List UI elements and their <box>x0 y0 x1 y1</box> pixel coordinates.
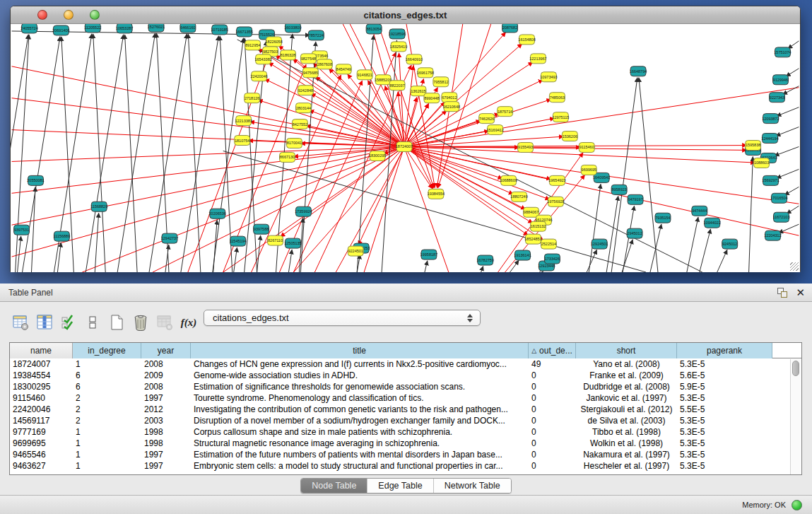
graph-node[interactable]: 10688609 <box>500 175 517 185</box>
graph-node[interactable]: 9227343 <box>770 93 785 103</box>
black-edge[interactable] <box>779 224 799 233</box>
table-cell[interactable]: de Silva et al. (2003) <box>576 416 677 426</box>
table-settings-icon[interactable] <box>10 312 31 333</box>
graph-node[interactable]: 18226058 <box>265 37 282 47</box>
table-cell[interactable]: 9777169 <box>10 427 73 437</box>
table-cell[interactable]: 0 <box>529 438 576 448</box>
table-cell[interactable]: 5.6E-5 <box>677 370 772 380</box>
graph-node[interactable]: 12204312 <box>764 230 781 240</box>
graph-node[interactable]: 8186328 <box>281 50 296 60</box>
graph-node[interactable]: 2718126 <box>245 93 260 103</box>
table-row[interactable]: 911546021997Tourette syndrome. Phenomeno… <box>10 392 801 404</box>
table-cell[interactable]: 0 <box>529 416 576 426</box>
table-cell[interactable]: Jankovic et al. (1997) <box>576 393 677 403</box>
select-rows-icon[interactable] <box>58 312 79 333</box>
table-select-combobox[interactable]: citations_edges.txt <box>204 310 481 326</box>
table-cell[interactable]: Stergiakouli et al. (2012) <box>576 404 677 414</box>
graph-node[interactable]: 9474444 <box>692 206 707 216</box>
graph-node[interactable]: 7935154 <box>655 213 671 223</box>
scrollbar-thumb[interactable] <box>792 361 799 376</box>
graph-node[interactable]: 18524851 <box>524 234 541 244</box>
graph-node[interactable]: 16782759 <box>477 255 494 265</box>
table-row[interactable]: 969969511998Structural magnetic resonanc… <box>10 438 801 449</box>
table-cell[interactable]: 0 <box>529 393 576 403</box>
graph-node[interactable]: 8427552 <box>292 119 307 129</box>
black-edge[interactable] <box>787 206 799 214</box>
graph-node[interactable]: 8454749 <box>336 64 351 74</box>
table-cell[interactable]: 18300295 <box>10 382 73 392</box>
float-panel-icon[interactable] <box>777 288 787 298</box>
graph-node[interactable]: 19654923 <box>548 175 565 185</box>
red-edge[interactable] <box>12 66 404 147</box>
table-cell[interactable]: Structural magnetic resonance image aver… <box>191 438 529 448</box>
table-row[interactable]: 1830029562008Estimation of significance … <box>10 381 801 392</box>
table-cell[interactable]: 5.3E-5 <box>677 416 772 426</box>
table-cell[interactable]: 2012 <box>141 404 191 414</box>
graph-node[interactable]: 9884067 <box>524 207 539 217</box>
column-header-name[interactable]: name <box>10 343 73 358</box>
graph-node[interactable]: 8822037 <box>389 81 405 90</box>
table-cell[interactable]: 2008 <box>141 359 191 369</box>
black-edge[interactable] <box>749 156 753 272</box>
graph-node[interactable]: 1733426 <box>544 254 560 264</box>
red-edge[interactable] <box>404 147 538 218</box>
black-edge[interactable] <box>639 78 658 272</box>
graph-node[interactable]: 8958923 <box>611 185 627 194</box>
graph-node[interactable]: 24055724 <box>20 24 37 33</box>
red-edge[interactable] <box>12 98 404 147</box>
graph-node[interactable]: 8667130 <box>280 152 295 162</box>
graph-node[interactable]: 18325419 <box>390 42 407 52</box>
table-cell[interactable]: 2009 <box>141 370 191 380</box>
black-edge[interactable] <box>784 187 799 195</box>
black-edge[interactable] <box>93 34 105 272</box>
table-cell[interactable]: 1997 <box>141 393 191 403</box>
graph-node[interactable]: 8912954 <box>245 40 261 50</box>
graph-node[interactable]: 1362615 <box>411 86 426 96</box>
table-cell[interactable]: 0 <box>529 404 576 414</box>
black-edge[interactable] <box>776 127 799 136</box>
graph-node[interactable]: 12213967 <box>529 54 546 64</box>
graph-node[interactable]: 17016504 <box>770 193 787 203</box>
table-cell[interactable]: 14569117 <box>10 416 73 426</box>
black-edge[interactable] <box>650 224 661 272</box>
black-edge[interactable] <box>611 78 637 272</box>
graph-node[interactable]: 12213383 <box>235 116 252 126</box>
table-row[interactable]: 977716911998Corpus callosum shape and si… <box>10 426 801 438</box>
graph-node[interactable]: 16210648 <box>443 102 460 112</box>
table-cell[interactable]: 19384554 <box>10 370 73 380</box>
network-canvas[interactable]: 2405572420691406112055221065328715276021… <box>11 24 800 272</box>
table-cell[interactable]: 1998 <box>141 427 191 437</box>
graph-node[interactable]: 1595838 <box>746 141 761 151</box>
black-edge[interactable] <box>32 187 36 272</box>
graph-node[interactable]: 18300295 <box>369 151 386 160</box>
red-edge[interactable] <box>12 147 404 162</box>
graph-node[interactable]: 9699695 <box>581 165 596 175</box>
table-row[interactable]: 1938455462009Genome-wide association stu… <box>10 370 801 381</box>
graph-node[interactable]: 11545194 <box>230 236 247 246</box>
black-edge[interactable] <box>687 217 698 272</box>
black-edge[interactable] <box>775 147 799 156</box>
graph-node[interactable]: 10944022 <box>704 218 721 228</box>
black-edge[interactable] <box>510 260 519 272</box>
graph-node[interactable]: 9475685 <box>302 68 318 78</box>
network-graph[interactable]: 2405572420691406112055221065328715276021… <box>11 24 800 272</box>
graph-node[interactable]: 12975115 <box>552 112 569 122</box>
table-cell[interactable]: 1 <box>73 438 141 448</box>
black-edge[interactable] <box>188 34 200 272</box>
table-cell[interactable]: 1 <box>73 427 141 437</box>
new-table-icon[interactable] <box>106 312 127 333</box>
graph-node[interactable]: 19958187 <box>420 250 437 259</box>
column-header-in_degree[interactable]: in_degree <box>73 343 141 358</box>
graph-node[interactable]: 11205522 <box>84 24 101 33</box>
graph-node[interactable]: 8990448 <box>424 93 440 103</box>
table-cell[interactable]: Changes of HCN gene expression and I(f) … <box>191 359 529 369</box>
graph-node[interactable]: 16154808 <box>518 35 535 45</box>
graph-node[interactable]: 16543382 <box>254 54 271 64</box>
graph-node[interactable]: 20691406 <box>52 25 69 35</box>
table-cell[interactable]: 1998 <box>141 438 191 448</box>
graph-node[interactable]: 18807249 <box>510 192 527 201</box>
graph-node[interactable]: 9397588 <box>254 224 269 234</box>
graph-node[interactable]: 18724007 <box>396 142 413 152</box>
table-cell[interactable]: 2003 <box>141 416 191 426</box>
table-cell[interactable]: 5.3E-5 <box>677 427 772 437</box>
